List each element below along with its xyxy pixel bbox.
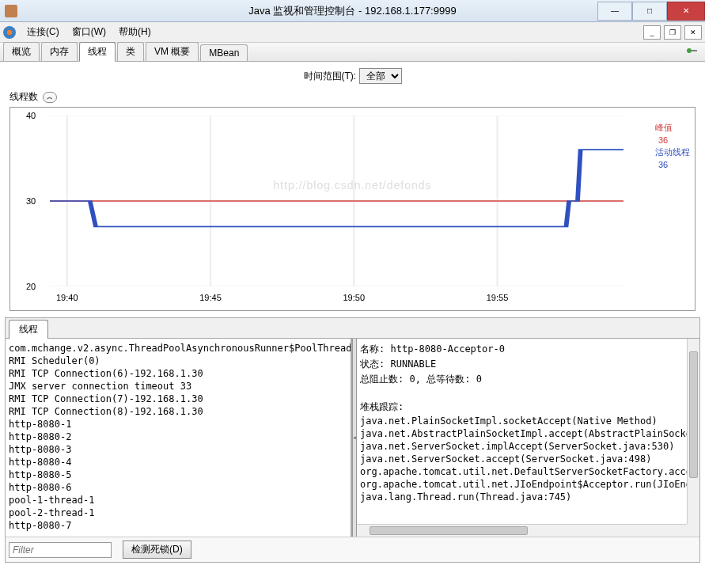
- stack-frame: java.net.AbstractPlainSocketImpl.accept(…: [360, 427, 696, 440]
- chart-collapse-button[interactable]: ︽: [43, 92, 57, 103]
- tab-mbean[interactable]: MBean: [200, 44, 248, 61]
- stack-frame: java.net.ServerSocket.implAccept(ServerS…: [360, 440, 696, 453]
- y-tick-40: 40: [26, 111, 36, 120]
- chart-title: 线程数: [9, 90, 38, 104]
- legend-peak-value: 36: [658, 135, 668, 145]
- stack-frame: java.net.PlainSocketImpl.socketAccept(Na…: [360, 415, 696, 427]
- x-tick-2: 19:50: [343, 293, 365, 302]
- detail-state-value: RUNNABLE: [390, 358, 436, 370]
- detail-blocked-value: 0,: [409, 374, 420, 385]
- legend-peak-label: 峰值: [655, 122, 680, 134]
- window-titlebar: Java 监视和管理控制台 - 192.168.1.177:9999 — □ ✕: [0, 0, 705, 22]
- thread-toolbar: 检测死锁(D): [6, 537, 699, 562]
- legend-live-value: 36: [658, 160, 668, 169]
- internal-close-button[interactable]: ✕: [684, 25, 702, 40]
- thread-item[interactable]: http-8080-2: [9, 431, 347, 443]
- java-cup-icon: [3, 26, 16, 39]
- tab-overview[interactable]: 概览: [3, 42, 40, 61]
- x-tick-3: 19:55: [487, 293, 509, 302]
- detail-blocked-label: 总阻止数:: [360, 373, 404, 386]
- chart-plot-area: 40 30 20 19:40 19:45 19:50 19:55: [50, 116, 624, 286]
- chart-header: 线程数 ︽: [9, 90, 696, 104]
- detail-state-label: 状态:: [360, 358, 385, 371]
- thread-item[interactable]: http-8080-3: [9, 443, 347, 456]
- chart-svg: [50, 116, 624, 286]
- window-title: Java 监视和管理控制台 - 192.168.1.177:9999: [248, 4, 456, 18]
- time-range-label: 时间范围(T):: [304, 70, 357, 82]
- stack-frame: java.net.ServerSocket.accept(ServerSocke…: [360, 453, 696, 465]
- detect-deadlock-button[interactable]: 检测死锁(D): [123, 541, 191, 559]
- internal-minimize-button[interactable]: _: [643, 25, 661, 40]
- x-tick-1: 19:45: [199, 293, 222, 302]
- time-range-row: 时间范围(T): 全部: [0, 62, 705, 90]
- thread-item[interactable]: RMI TCP Connection(6)-192.168.1.30: [9, 367, 347, 380]
- maximize-button[interactable]: □: [632, 2, 667, 21]
- tab-memory[interactable]: 内存: [41, 42, 78, 61]
- content-area: 时间范围(T): 全部 线程数 ︽: [0, 62, 705, 588]
- thread-tab-row: 线程: [6, 318, 699, 339]
- menu-connect[interactable]: 连接(C): [21, 24, 66, 40]
- thread-item[interactable]: http-8080-4: [9, 456, 347, 469]
- thread-item[interactable]: RMI Scheduler(0): [9, 355, 347, 367]
- internal-restore-button[interactable]: ❐: [664, 25, 681, 40]
- filter-input[interactable]: [9, 542, 112, 558]
- stack-frame: org.apache.tomcat.util.net.JIoEndpoint$A…: [360, 478, 696, 491]
- detail-waited-label: 总等待数:: [426, 373, 470, 386]
- tab-threads[interactable]: 线程: [79, 42, 116, 62]
- thread-item[interactable]: RMI TCP Connection(8)-192.168.1.30: [9, 405, 347, 418]
- java-icon: [5, 5, 17, 17]
- menu-help[interactable]: 帮助(H): [112, 24, 157, 40]
- window-controls: — □ ✕: [597, 2, 705, 21]
- tab-vm-summary[interactable]: VM 概要: [146, 42, 199, 61]
- chart-legend: 峰值 36 活动线程 36: [655, 122, 690, 171]
- connection-status-icon: [686, 46, 699, 55]
- thread-item[interactable]: http-8080-6: [9, 481, 347, 494]
- thread-item[interactable]: com.mchange.v2.async.ThreadPoolAsynchron…: [9, 342, 347, 355]
- thread-item[interactable]: http-8080-5: [9, 469, 347, 481]
- thread-list-pane[interactable]: com.mchange.v2.async.ThreadPoolAsynchron…: [6, 339, 352, 537]
- minimize-button[interactable]: —: [597, 2, 632, 21]
- stack-frame: java.lang.Thread.run(Thread.java:745): [360, 491, 696, 503]
- thread-list-tab[interactable]: 线程: [9, 320, 48, 339]
- thread-item[interactable]: JMX server connection timeout 33: [9, 380, 347, 393]
- detail-scrollbar-horizontal[interactable]: [357, 524, 687, 537]
- thread-item[interactable]: http-8080-7: [9, 519, 347, 532]
- x-tick-0: 19:40: [56, 293, 78, 302]
- chart-box: 40 30 20 19:40 19:45 19:50 19:55 峰值 36 活…: [9, 107, 696, 311]
- detail-scrollbar-vertical[interactable]: [687, 339, 699, 524]
- scrollbar-corner: [687, 524, 699, 537]
- y-tick-20: 20: [26, 282, 36, 291]
- svg-rect-1: [691, 50, 697, 51]
- detail-waited-value: 0: [476, 374, 482, 385]
- stack-frame: org.apache.tomcat.util.net.DefaultServer…: [360, 465, 696, 478]
- main-tabbar: 概览 内存 线程 类 VM 概要 MBean: [0, 43, 705, 62]
- thread-item[interactable]: http-8080-1: [9, 418, 347, 431]
- tab-classes[interactable]: 类: [117, 42, 144, 61]
- y-tick-30: 30: [26, 196, 36, 206]
- split-panes: com.mchange.v2.async.ThreadPoolAsynchron…: [6, 339, 699, 537]
- detail-name-value: http-8080-Acceptor-0: [390, 343, 505, 355]
- close-button[interactable]: ✕: [667, 2, 705, 21]
- thread-item[interactable]: pool-2-thread-1: [9, 506, 347, 519]
- detail-stack-label: 堆栈跟踪:: [360, 400, 696, 415]
- thread-item[interactable]: RMI TCP Connection(7)-192.168.1.30: [9, 393, 347, 405]
- thread-detail-section: 线程 com.mchange.v2.async.ThreadPoolAsynch…: [5, 317, 700, 563]
- menu-window[interactable]: 窗口(W): [66, 24, 112, 40]
- menubar: 连接(C) 窗口(W) 帮助(H) _ ❐ ✕: [0, 22, 705, 43]
- legend-live-label: 活动线程: [655, 146, 690, 158]
- chart-section: 线程数 ︽ 40 30: [0, 90, 705, 311]
- thread-item[interactable]: pool-1-thread-1: [9, 494, 347, 506]
- time-range-select[interactable]: 全部: [359, 68, 402, 84]
- detail-name-label: 名称:: [360, 343, 385, 356]
- thread-detail-pane: 名称: http-8080-Acceptor-0 状态: RUNNABLE 总阻…: [357, 339, 699, 537]
